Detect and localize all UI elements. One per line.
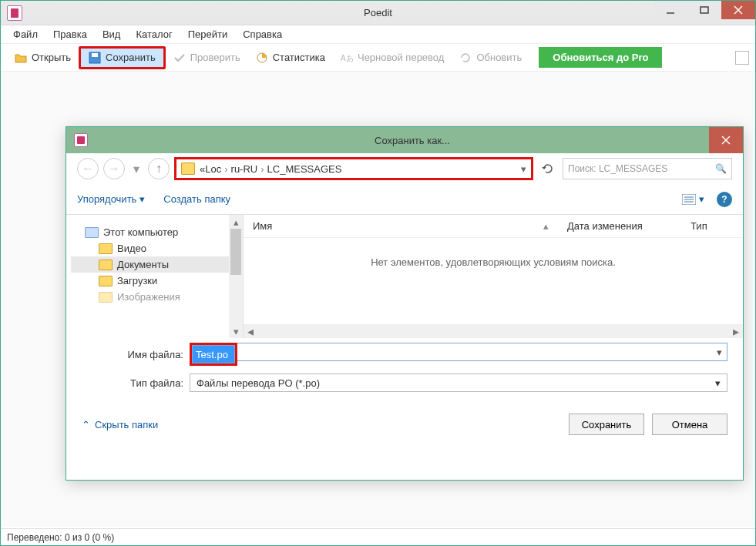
filename-combo-arrow[interactable]: ▾ — [237, 343, 727, 361]
help-button[interactable]: ? — [717, 192, 732, 207]
bc-2[interactable]: ru-RU — [231, 163, 258, 175]
chevron-down-icon: ▾ — [715, 377, 721, 389]
menu-go[interactable]: Перейти — [180, 27, 236, 42]
chevron-down-icon[interactable]: ▾ — [521, 163, 526, 175]
pro-label: Обновиться до Pro — [553, 52, 648, 63]
close-button[interactable] — [721, 1, 755, 19]
view-mode-dropdown[interactable]: ▾ — [682, 193, 704, 205]
bc-1[interactable]: Loc — [205, 163, 221, 175]
statusbar: Переведено: 0 из 0 (0 %) — [1, 528, 755, 545]
bc-3[interactable]: LC_MESSAGES — [267, 163, 342, 175]
breadcrumb[interactable]: « Loc› ru-RU› LC_MESSAGES ▾ — [174, 157, 533, 180]
hide-folders-label: Скрыть папки — [95, 419, 158, 430]
folder-icon — [99, 276, 113, 286]
folder-icon — [181, 162, 195, 175]
search-placeholder: Поиск: LC_MESSAGES — [568, 163, 667, 174]
col-name[interactable]: Имя▴ — [244, 220, 558, 232]
menu-view[interactable]: Вид — [95, 27, 129, 42]
scroll-left-icon[interactable]: ◂ — [244, 324, 257, 339]
forward-button[interactable]: → — [103, 158, 125, 179]
file-list: Имя▴ Дата изменения Тип Нет элементов, у… — [244, 215, 743, 338]
bc-prefix: « — [200, 163, 205, 175]
check-label: Проверить — [190, 52, 240, 63]
dialog-title: Сохранить как... — [74, 135, 751, 146]
tree-item-pc[interactable]: Этот компьютер — [71, 224, 238, 240]
search-input[interactable]: Поиск: LC_MESSAGES 🔍 — [563, 158, 732, 179]
filename-highlight — [190, 343, 237, 366]
new-folder-button[interactable]: Создать папку — [163, 193, 230, 205]
draft-button[interactable]: Aあ Черновой перевод — [333, 49, 452, 67]
up-button[interactable]: ↑ — [148, 158, 170, 179]
check-button[interactable]: Проверить — [166, 49, 248, 67]
titlebar: Poedit — [1, 1, 755, 25]
sidebar-toggle[interactable] — [735, 51, 749, 65]
chevron-down-icon: ▾ — [699, 193, 704, 205]
refresh-icon — [459, 52, 472, 64]
filename-input[interactable] — [192, 345, 235, 363]
nav-row: ← → ▾ ↑ « Loc› ru-RU› LC_MESSAGES ▾ Поис… — [66, 153, 743, 184]
filename-row: Имя файла: ▾ — [66, 338, 743, 369]
command-row: Упорядочить ▾ Создать папку ▾ ? — [66, 184, 743, 215]
draft-label: Черновой перевод — [358, 52, 444, 63]
pie-icon — [256, 52, 268, 64]
dialog-close-button[interactable] — [709, 127, 743, 153]
window-controls — [654, 1, 755, 19]
tree-scrollbar[interactable]: ▴ ▾ — [229, 215, 243, 338]
save-dialog: Сохранить как... ← → ▾ ↑ « Loc› ru-RU› L… — [66, 126, 744, 481]
col-type[interactable]: Тип — [681, 220, 743, 232]
menu-file[interactable]: Файл — [5, 27, 45, 42]
folder-icon — [99, 292, 113, 303]
save-label: Сохранить — [106, 52, 156, 63]
list-icon — [682, 194, 696, 205]
tree-item-images[interactable]: Изображения — [71, 289, 238, 305]
check-icon — [173, 52, 186, 64]
menu-help[interactable]: Справка — [235, 27, 290, 42]
dialog-body: Этот компьютер Видео Документы Загрузки … — [66, 215, 743, 338]
draft-icon: Aあ — [341, 52, 353, 64]
tree-item-documents[interactable]: Документы — [71, 256, 238, 273]
update-button[interactable]: Обновить — [452, 49, 529, 67]
organize-label: Упорядочить — [77, 193, 136, 205]
list-header: Имя▴ Дата изменения Тип — [244, 215, 743, 238]
col-date[interactable]: Дата изменения — [558, 220, 681, 232]
upgrade-pro-button[interactable]: Обновиться до Pro — [539, 47, 662, 68]
horizontal-scrollbar[interactable]: ◂ ▸ — [244, 324, 743, 338]
toolbar: Открыть Сохранить Проверить Статистика A… — [1, 44, 755, 72]
save-button[interactable]: Сохранить — [79, 46, 166, 69]
save-icon — [89, 52, 101, 64]
maximize-button[interactable] — [687, 1, 721, 19]
scroll-right-icon[interactable]: ▸ — [729, 324, 743, 339]
tree-item-downloads[interactable]: Загрузки — [71, 273, 238, 289]
filetype-select[interactable]: Файлы перевода PO (*.po) ▾ — [190, 373, 727, 392]
menu-edit[interactable]: Правка — [45, 27, 95, 42]
scroll-up-icon[interactable]: ▴ — [229, 215, 243, 229]
scroll-thumb[interactable] — [230, 229, 241, 275]
dialog-footer: ⌃ Скрыть папки Сохранить Отмена — [66, 403, 743, 446]
open-button[interactable]: Открыть — [7, 49, 79, 67]
save-button[interactable]: Сохранить — [569, 414, 644, 435]
filename-label: Имя файла: — [82, 349, 190, 360]
chevron-up-icon: ⌃ — [82, 419, 90, 430]
tree-item-video[interactable]: Видео — [71, 240, 238, 256]
refresh-button[interactable] — [538, 159, 558, 179]
folder-icon — [99, 260, 113, 270]
computer-icon — [85, 227, 99, 238]
chevron-down-icon: ▾ — [139, 193, 145, 205]
svg-text:Aあ: Aあ — [341, 54, 353, 62]
history-dropdown[interactable]: ▾ — [129, 162, 143, 176]
minimize-button[interactable] — [654, 1, 687, 19]
organize-dropdown[interactable]: Упорядочить ▾ — [77, 193, 145, 205]
hide-folders-button[interactable]: ⌃ Скрыть папки — [82, 419, 158, 430]
scroll-down-icon[interactable]: ▾ — [229, 324, 243, 338]
menubar: Файл Правка Вид Каталог Перейти Справка — [1, 25, 755, 44]
stats-button[interactable]: Статистика — [248, 49, 333, 67]
filetype-label: Тип файла: — [82, 377, 190, 389]
folder-tree: Этот компьютер Видео Документы Загрузки … — [66, 215, 244, 338]
dialog-app-icon — [74, 133, 88, 147]
dialog-titlebar: Сохранить как... — [66, 127, 743, 153]
menu-catalog[interactable]: Каталог — [128, 27, 180, 42]
cancel-button[interactable]: Отмена — [652, 414, 727, 435]
update-label: Обновить — [476, 52, 522, 63]
back-button[interactable]: ← — [77, 158, 99, 179]
sort-icon: ▴ — [543, 220, 549, 232]
